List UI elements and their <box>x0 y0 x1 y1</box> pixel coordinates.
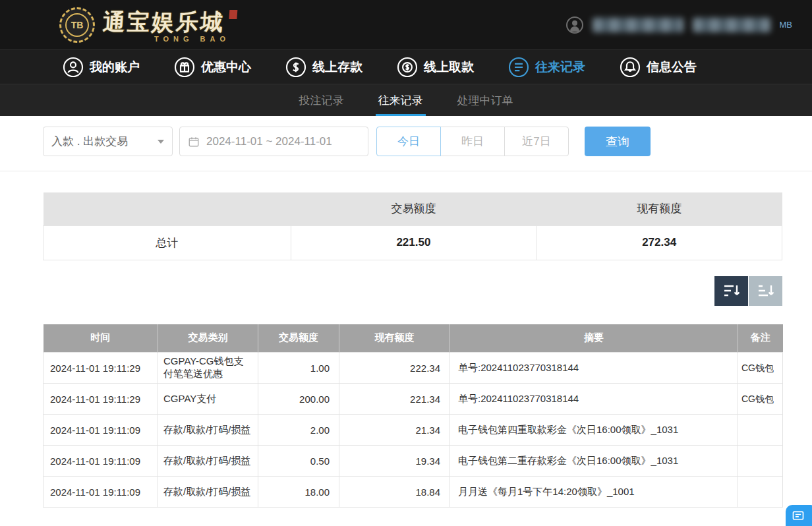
cell-time: 2024-11-01 19:11:09 <box>44 477 158 508</box>
main-nav: 我的账户 优惠中心 线上存款 线上取款 往来记录 信息公告 <box>0 49 812 84</box>
brand-text: 通宝娱乐城 TONG BAO <box>103 7 237 43</box>
user-avatar-icon <box>566 16 583 34</box>
cell-time: 2024-11-01 19:11:09 <box>44 446 158 477</box>
tab-pending-orders[interactable]: 处理中订单 <box>455 84 516 116</box>
summary-header-balance: 现有额度 <box>536 192 782 225</box>
chip-badge: TB <box>65 13 89 37</box>
quick-last7days-button[interactable]: 近7日 <box>504 127 569 156</box>
cell-summary: 电子钱包第四重取款彩金《次日16:00领取》_1031 <box>450 415 738 446</box>
cell-balance: 222.34 <box>339 353 450 384</box>
cell-balance: 221.34 <box>339 384 450 415</box>
cell-note: CG钱包 <box>738 353 783 384</box>
sort-descending-button[interactable] <box>714 276 748 306</box>
cell-note <box>738 446 783 477</box>
nav-label: 优惠中心 <box>201 59 251 76</box>
sort-controls <box>43 276 782 306</box>
summary-transaction-value: 221.50 <box>291 225 536 260</box>
date-range-value: 2024-11-01 ~ 2024-11-01 <box>206 135 332 148</box>
tab-bet-records[interactable]: 投注记录 <box>297 84 347 116</box>
summary-header-row: 交易额度 现有额度 <box>44 192 782 225</box>
brand-logo[interactable]: TB 通宝娱乐城 TONG BAO <box>59 7 237 43</box>
user-icon <box>63 57 84 78</box>
header-time: 时间 <box>44 324 158 353</box>
table-header-row: 时间 交易类别 交易额度 现有额度 摘要 备注 <box>44 324 783 353</box>
redacted-balance <box>693 18 770 32</box>
cell-amount: 0.50 <box>258 446 339 477</box>
cell-note: CG钱包 <box>738 384 783 415</box>
cell-balance: 21.34 <box>339 415 450 446</box>
summary-total-row: 总计 221.50 272.34 <box>44 225 782 260</box>
main-content: 入款 . 出款交易 2024-11-01 ~ 2024-11-01 今日 昨日 … <box>0 116 812 508</box>
calendar-icon <box>188 136 200 148</box>
cell-type: 存款/取款/打码/损益 <box>158 477 258 508</box>
table-row: 2024-11-01 19:11:09 存款/取款/打码/损益 18.00 18… <box>44 477 783 508</box>
nav-label: 线上取款 <box>424 59 474 76</box>
nav-online-withdraw[interactable]: 线上取款 <box>397 57 474 78</box>
sort-asc-icon <box>757 283 774 298</box>
nav-announcements[interactable]: 信息公告 <box>620 57 697 78</box>
cell-note <box>738 477 783 508</box>
date-range-input[interactable]: 2024-11-01 ~ 2024-11-01 <box>179 127 368 156</box>
table-row: 2024-11-01 19:11:29 CGPAY支付 200.00 221.3… <box>44 384 783 415</box>
cell-amount: 18.00 <box>258 477 339 508</box>
cell-time: 2024-11-01 19:11:29 <box>44 384 158 415</box>
deposit-coin-icon <box>285 57 306 78</box>
cell-time: 2024-11-01 19:11:09 <box>44 415 158 446</box>
cell-type: CGPAY支付 <box>158 384 258 415</box>
transaction-type-select[interactable]: 入款 . 出款交易 <box>43 127 173 156</box>
sort-desc-icon <box>723 283 740 298</box>
cell-summary: 单号:202411023770318144 <box>450 353 738 384</box>
nav-label: 信息公告 <box>647 59 697 76</box>
nav-label: 线上存款 <box>312 59 362 76</box>
quick-today-button[interactable]: 今日 <box>376 127 441 156</box>
cell-amount: 200.00 <box>258 384 339 415</box>
summary-header-transaction: 交易额度 <box>291 192 536 225</box>
search-button[interactable]: 查询 <box>585 127 651 156</box>
records-icon <box>508 57 529 78</box>
nav-my-account[interactable]: 我的账户 <box>63 57 140 78</box>
cell-type: 存款/取款/打码/损益 <box>158 415 258 446</box>
summary-total-label: 总计 <box>44 225 291 260</box>
cell-amount: 1.00 <box>258 353 339 384</box>
cell-type: CGPAY-CG钱包支付笔笔送优惠 <box>158 353 258 384</box>
cell-amount: 2.00 <box>258 415 339 446</box>
user-info-area: MB <box>566 16 793 34</box>
summary-balance-value: 272.34 <box>536 225 782 260</box>
nav-promotions[interactable]: 优惠中心 <box>174 57 251 78</box>
withdraw-coin-icon <box>397 57 418 78</box>
table-row: 2024-11-01 19:11:09 存款/取款/打码/损益 0.50 19.… <box>44 446 783 477</box>
quick-yesterday-button[interactable]: 昨日 <box>440 127 505 156</box>
summary-header-empty <box>44 192 291 225</box>
chip-logo-icon: TB <box>59 7 95 43</box>
chat-icon <box>792 510 805 523</box>
nav-label: 我的账户 <box>90 59 140 76</box>
tab-transaction-records[interactable]: 往来记录 <box>376 84 426 116</box>
transaction-type-value: 入款 . 出款交易 <box>51 134 128 149</box>
brand-name: 通宝娱乐城 <box>102 7 237 38</box>
section-divider <box>0 171 812 171</box>
filter-row: 入款 . 出款交易 2024-11-01 ~ 2024-11-01 今日 昨日 … <box>43 127 782 156</box>
nav-online-deposit[interactable]: 线上存款 <box>285 57 362 78</box>
bell-icon <box>620 57 641 78</box>
table-row: 2024-11-01 19:11:09 存款/取款/打码/损益 2.00 21.… <box>44 415 783 446</box>
logo-seal <box>229 10 237 19</box>
header-balance: 现有额度 <box>339 324 450 353</box>
summary-table: 交易额度 现有额度 总计 221.50 272.34 <box>43 192 782 260</box>
top-header: TB 通宝娱乐城 TONG BAO MB <box>0 0 812 49</box>
cell-time: 2024-11-01 19:11:29 <box>44 353 158 384</box>
records-table: 时间 交易类别 交易额度 现有额度 摘要 备注 2024-11-01 19:11… <box>43 324 783 508</box>
nav-transaction-records[interactable]: 往来记录 <box>508 57 585 78</box>
sort-ascending-button[interactable] <box>749 276 782 306</box>
table-row: 2024-11-01 19:11:29 CGPAY-CG钱包支付笔笔送优惠 1.… <box>44 353 783 384</box>
cell-balance: 18.84 <box>339 477 450 508</box>
nav-label: 往来记录 <box>535 59 585 76</box>
record-tabs: 投注记录 往来记录 处理中订单 <box>0 84 812 116</box>
balance-unit: MB <box>780 20 793 30</box>
brand-name-text: 通宝娱乐城 <box>102 7 225 38</box>
cell-type: 存款/取款/打码/损益 <box>158 446 258 477</box>
cell-summary: 月月送《每月1号下午14:20领取》_1001 <box>450 477 738 508</box>
cell-summary: 电子钱包第二重存款彩金《次日16:00领取》_1031 <box>450 446 738 477</box>
header-note: 备注 <box>738 324 783 353</box>
customer-service-button[interactable] <box>786 505 812 526</box>
cell-summary: 单号:202411023770318144 <box>450 384 738 415</box>
